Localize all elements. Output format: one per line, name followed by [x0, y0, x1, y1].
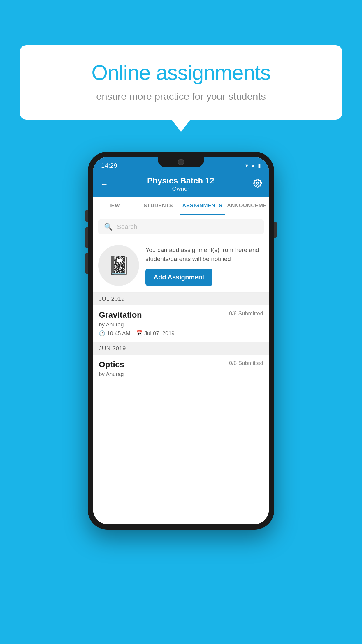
header-title: Physics Batch 12 — [108, 176, 253, 186]
promo-text-area: You can add assignment(s) from here and … — [145, 245, 264, 286]
search-placeholder: Search — [117, 223, 137, 231]
tab-students[interactable]: STUDENTS — [136, 197, 180, 215]
tab-announcements[interactable]: ANNOUNCEME — [225, 197, 269, 215]
back-button[interactable]: ← — [100, 180, 108, 189]
month-header-jun: JUN 2019 — [93, 342, 269, 355]
assignment-time-value: 10:45 AM — [107, 330, 130, 337]
phone-camera — [178, 159, 184, 165]
assignment-submitted-gravitation: 0/6 Submitted — [229, 310, 263, 317]
bubble-title: Online assignments — [39, 61, 323, 84]
assignment-author-optics: by Anurag — [99, 371, 263, 377]
assignment-meta-gravitation: 🕐 10:45 AM 📅 Jul 07, 2019 — [99, 330, 263, 337]
phone-volume-up-button — [85, 210, 88, 222]
speech-bubble-container: Online assignments ensure more practice … — [20, 45, 342, 120]
battery-icon: ▮ — [258, 162, 261, 169]
status-time: 14:29 — [101, 162, 117, 169]
tabs-bar: IEW STUDENTS ASSIGNMENTS ANNOUNCEME — [93, 197, 269, 215]
tab-assignments[interactable]: ASSIGNMENTS — [180, 197, 225, 215]
status-icons: ▾ ▲ ▮ — [245, 162, 261, 169]
assignment-date-value: Jul 07, 2019 — [144, 330, 175, 337]
search-bar[interactable]: 🔍 Search — [98, 219, 264, 235]
tab-iew[interactable]: IEW — [93, 197, 136, 215]
header-subtitle: Owner — [108, 186, 253, 192]
assignment-top-row: Gravitation 0/6 Submitted — [99, 310, 263, 320]
assignment-optics[interactable]: Optics 0/6 Submitted by Anurag — [93, 355, 269, 385]
speech-bubble: Online assignments ensure more practice … — [20, 45, 342, 120]
assignment-time-gravitation: 🕐 10:45 AM — [99, 330, 130, 337]
app-header: ← Physics Batch 12 Owner — [93, 172, 269, 197]
svg-point-0 — [256, 182, 259, 184]
phone-notch — [158, 157, 204, 167]
settings-button[interactable] — [253, 179, 262, 190]
search-icon: 🔍 — [104, 223, 113, 231]
promo-description: You can add assignment(s) from here and … — [145, 245, 264, 264]
bubble-subtitle: ensure more practice for your students — [39, 91, 323, 102]
phone-silent-button — [85, 253, 88, 274]
phone-volume-down-button — [85, 228, 88, 248]
header-center: Physics Batch 12 Owner — [108, 176, 253, 192]
search-container: 🔍 Search — [93, 215, 269, 239]
phone-screen: 14:29 ▾ ▲ ▮ ← Physics Batch 12 Owner — [93, 157, 269, 524]
assignment-gravitation[interactable]: Gravitation 0/6 Submitted by Anurag 🕐 10… — [93, 305, 269, 342]
signal-icon: ▲ — [250, 163, 256, 169]
phone-mockup: 14:29 ▾ ▲ ▮ ← Physics Batch 12 Owner — [88, 152, 274, 530]
promo-icon-circle: 📓 — [98, 245, 139, 286]
assignment-author-gravitation: by Anurag — [99, 321, 263, 328]
calendar-icon: 📅 — [136, 330, 143, 337]
phone-power-button — [274, 222, 277, 238]
add-assignment-button[interactable]: Add Assignment — [145, 269, 212, 286]
phone-outer: 14:29 ▾ ▲ ▮ ← Physics Batch 12 Owner — [88, 152, 274, 530]
assignment-name-optics: Optics — [99, 360, 124, 369]
assignment-name-gravitation: Gravitation — [99, 310, 142, 320]
wifi-icon: ▾ — [245, 162, 248, 169]
month-header-jul: JUL 2019 — [93, 293, 269, 305]
assignment-date-gravitation: 📅 Jul 07, 2019 — [136, 330, 175, 337]
notebook-icon: 📓 — [108, 255, 130, 276]
assignment-submitted-optics: 0/6 Submitted — [229, 360, 263, 366]
promo-section: 📓 You can add assignment(s) from here an… — [93, 239, 269, 293]
assignment-top-row-optics: Optics 0/6 Submitted — [99, 360, 263, 369]
clock-icon: 🕐 — [99, 330, 105, 337]
